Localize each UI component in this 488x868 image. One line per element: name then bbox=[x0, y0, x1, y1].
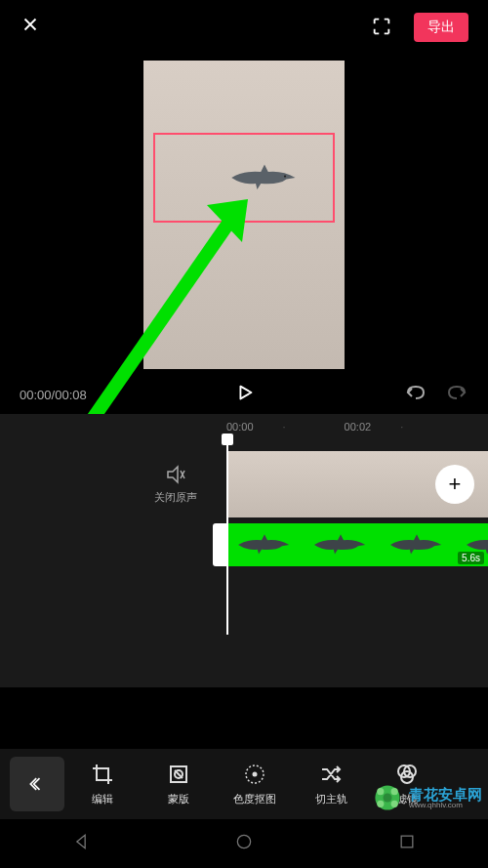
svg-point-12 bbox=[377, 788, 384, 795]
nav-back[interactable] bbox=[71, 832, 91, 855]
video-preview[interactable] bbox=[0, 55, 488, 375]
time-display: 00:00/00:08 bbox=[20, 388, 87, 402]
svg-point-5 bbox=[253, 771, 258, 776]
play-button[interactable] bbox=[234, 382, 256, 407]
mute-icon[interactable] bbox=[164, 463, 187, 486]
shark-thumb-icon bbox=[386, 533, 447, 557]
undo-button[interactable] bbox=[404, 383, 427, 406]
clip-handle-left[interactable] bbox=[213, 523, 226, 566]
clip-duration-badge: 5.6s bbox=[458, 552, 484, 564]
shuffle-icon bbox=[319, 763, 343, 786]
svg-rect-10 bbox=[401, 836, 413, 847]
export-button[interactable]: 导出 bbox=[414, 13, 468, 42]
svg-point-15 bbox=[391, 801, 398, 807]
video-thumbnail[interactable] bbox=[359, 451, 426, 517]
shark-thumb-icon bbox=[234, 533, 295, 557]
chroma-icon bbox=[243, 763, 266, 786]
timeline[interactable]: 00:00 · 00:02 · 关闭原声 + 5.6s bbox=[0, 414, 488, 687]
tool-mask[interactable]: 蒙版 bbox=[141, 763, 217, 806]
svg-point-13 bbox=[391, 788, 398, 795]
watermark-logo-icon bbox=[370, 780, 405, 815]
tool-chroma-key[interactable]: 色度抠图 bbox=[217, 763, 293, 806]
mute-label: 关闭原声 bbox=[137, 490, 215, 505]
redo-button[interactable] bbox=[445, 383, 468, 406]
time-ruler: 00:00 · 00:02 · bbox=[0, 414, 488, 439]
shark-thumb-icon bbox=[310, 533, 371, 557]
svg-point-9 bbox=[237, 835, 250, 847]
overlay-track[interactable]: 5.6s bbox=[213, 523, 488, 566]
nav-home[interactable] bbox=[234, 832, 254, 855]
mask-icon bbox=[167, 763, 190, 786]
video-thumbnail[interactable] bbox=[226, 451, 293, 517]
nav-recent[interactable] bbox=[397, 832, 417, 855]
svg-point-0 bbox=[284, 175, 286, 177]
crop-icon bbox=[91, 763, 114, 786]
watermark: 青花安卓网 www.qhhlv.com bbox=[370, 780, 482, 815]
toolbar-back-button[interactable] bbox=[10, 757, 64, 811]
svg-point-16 bbox=[384, 794, 392, 803]
fullscreen-icon[interactable] bbox=[371, 16, 394, 39]
close-button[interactable] bbox=[20, 14, 41, 41]
tool-main-track[interactable]: 切主轨 bbox=[293, 763, 369, 806]
playhead[interactable] bbox=[226, 439, 228, 635]
svg-point-14 bbox=[377, 801, 384, 807]
tool-edit[interactable]: 编辑 bbox=[64, 763, 141, 806]
video-thumbnail[interactable] bbox=[293, 451, 359, 517]
overlay-clip[interactable]: 5.6s bbox=[226, 523, 488, 566]
add-clip-button[interactable]: + bbox=[435, 465, 474, 504]
overlay-shark-preview bbox=[226, 163, 303, 192]
